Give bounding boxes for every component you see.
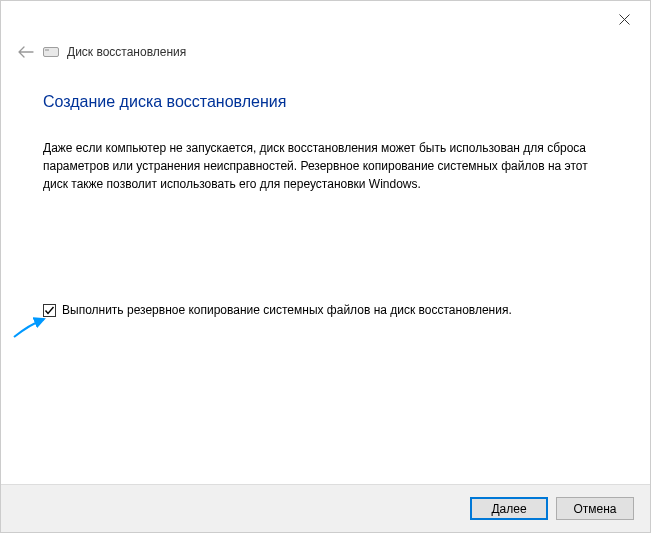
annotation-arrow (11, 317, 49, 343)
page-title: Создание диска восстановления (43, 93, 608, 111)
backup-checkbox-row: Выполнить резервное копирование системны… (43, 303, 608, 317)
back-arrow-icon (17, 45, 35, 59)
main-content: Создание диска восстановления Даже если … (1, 65, 650, 317)
backup-checkbox[interactable] (43, 304, 56, 317)
disk-icon (43, 47, 59, 57)
footer: Далее Отмена (1, 484, 650, 532)
close-icon (619, 14, 630, 25)
svg-rect-0 (44, 48, 59, 57)
cancel-button[interactable]: Отмена (556, 497, 634, 520)
backup-checkbox-label: Выполнить резервное копирование системны… (62, 303, 512, 317)
close-button[interactable] (610, 5, 638, 33)
next-button[interactable]: Далее (470, 497, 548, 520)
description-text: Даже если компьютер не запускается, диск… (43, 139, 608, 193)
svg-rect-1 (45, 49, 49, 51)
titlebar (1, 1, 650, 37)
breadcrumb: Диск восстановления (67, 45, 186, 59)
back-button[interactable] (17, 45, 35, 59)
header-row: Диск восстановления (1, 37, 650, 65)
checkmark-icon (44, 305, 55, 316)
